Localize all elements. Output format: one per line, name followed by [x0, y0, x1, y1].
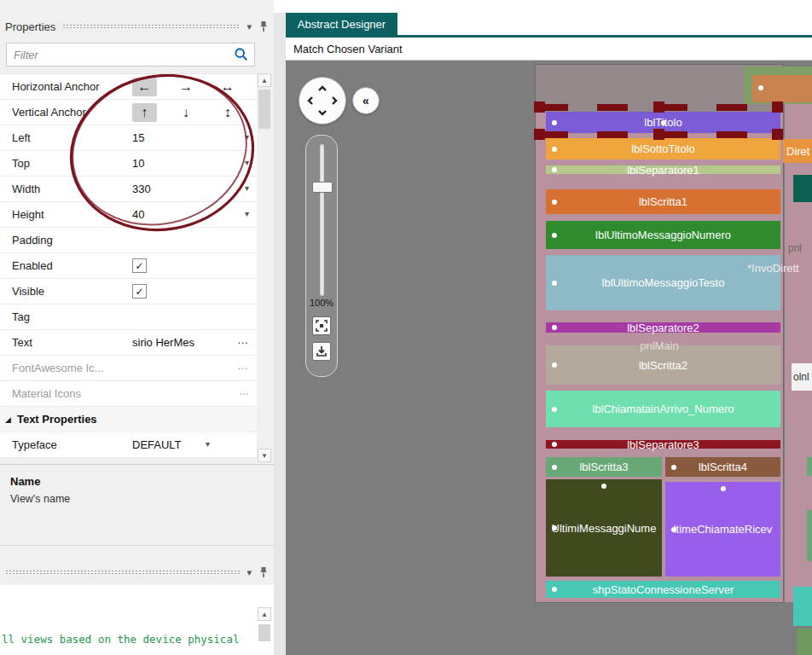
dpad-arrows-icon	[299, 78, 345, 124]
property-label: FontAwesome Ic...	[0, 362, 132, 374]
designer-label-lblUltimeChiamateRicevute[interactable]: ltimeChiamateRicev	[665, 482, 780, 577]
chevron-down-icon[interactable]: ▾	[206, 439, 210, 449]
designer-label-lblSeparatore1[interactable]: lblSeparatore1	[546, 165, 780, 174]
output-scrollbar[interactable]: ▲	[258, 602, 272, 655]
chevron-down-icon[interactable]: ▾	[246, 567, 252, 578]
fragment-pnl-text: pnl	[788, 242, 802, 254]
label-text: lblSeparatore2	[627, 322, 699, 334]
property-row-padding: Padding	[0, 228, 257, 253]
property-row-material-icons: Material Icons ...	[0, 381, 257, 407]
fragment-orange-block[interactable]	[752, 75, 812, 102]
designer-tabstrip: Abstract Designer	[286, 13, 812, 35]
anchor-up-button[interactable]: ↑	[132, 103, 157, 122]
section-header-text-properties[interactable]: ◢ Text Properties	[0, 407, 257, 432]
chevron-down-icon[interactable]: ▾	[245, 158, 249, 167]
pin-icon[interactable]	[258, 566, 269, 578]
ellipsis-button[interactable]: ...	[239, 385, 248, 397]
anchor-stretch-h-button[interactable]: ↔	[215, 78, 240, 96]
designer-label-lblSottoTitolo[interactable]: lblSottoTitolo	[546, 138, 780, 159]
scroll-up-button[interactable]: ▲	[258, 73, 271, 87]
selection-handle-bottom-right[interactable]	[772, 129, 783, 140]
property-value[interactable]: 40	[132, 208, 144, 221]
pin-icon[interactable]	[258, 20, 269, 32]
scrollbar-thumb[interactable]	[258, 624, 270, 641]
scroll-up-button[interactable]: ▲	[258, 607, 271, 621]
selection-handle-bottom-center[interactable]	[653, 129, 664, 140]
chevron-down-icon[interactable]: ▾	[246, 21, 252, 32]
phone-design-surface[interactable]: lblTitolo lblSottoTitolo lblSeparatore1 …	[536, 65, 783, 602]
designer-label-lblChiamatainArrivo_Numero[interactable]: lblChiamatainArrivo_Numero	[546, 391, 780, 427]
variant-bar: Match Chosen Variant	[286, 38, 812, 61]
pan-dpad[interactable]	[299, 77, 346, 125]
anchor-left-button[interactable]: ←	[132, 78, 157, 96]
download-icon	[316, 345, 328, 357]
fragment-green-edge[interactable]	[807, 510, 812, 561]
zoom-slider-thumb[interactable]	[312, 182, 333, 193]
designer-label-lblScritta1[interactable]: lblScritta1	[546, 189, 780, 214]
label-text: lblSeparatore1	[627, 164, 699, 177]
filter-input[interactable]	[7, 49, 234, 61]
variant-bar-label: Match Chosen Variant	[293, 43, 403, 55]
anchor-stretch-v-button[interactable]: ↕	[215, 103, 240, 122]
property-value[interactable]: 15	[132, 131, 144, 144]
properties-panel-title: Properties	[5, 20, 55, 33]
fit-to-screen-button[interactable]	[312, 316, 331, 335]
anchor-right-button[interactable]: →	[174, 78, 199, 96]
property-value[interactable]: DEFAULT	[132, 438, 182, 451]
designer-label-lblScritta4[interactable]: lblScritta4	[665, 457, 780, 477]
selection-handle-top-left[interactable]	[534, 101, 545, 113]
scrollbar-thumb[interactable]	[258, 90, 270, 129]
selection-handle-top-center[interactable]	[653, 101, 664, 113]
scroll-down-icon: ▼	[261, 452, 268, 460]
property-value[interactable]: 10	[132, 157, 144, 170]
panel-drag-dots[interactable]	[5, 570, 240, 575]
visible-checkbox[interactable]: ✓	[132, 284, 147, 299]
property-row-text: Text sirio HerMes …	[0, 330, 257, 356]
property-row-tag: Tag	[0, 304, 257, 330]
properties-scrollbar[interactable]: ▲ ▼	[258, 73, 272, 462]
fragment-green-bottom[interactable]	[797, 629, 812, 655]
fragment-invo-text: *InvoDirett	[747, 262, 799, 275]
pnl-main-label: pnlMain	[536, 339, 783, 352]
designer-label-shpStatoConnessioneServer[interactable]: shpStatoConnessioneServer	[546, 581, 780, 598]
application-window: Properties ▾ Horizontal Anchor ← → ↔	[0, 0, 812, 655]
designer-label-lblUltimoMessaggioTesto[interactable]: lblUltimoMessaggioTesto	[546, 255, 780, 310]
collapse-controls-button[interactable]: «	[352, 87, 380, 114]
ellipsis-button[interactable]: …	[237, 359, 248, 372]
bottom-panel-header[interactable]: ▾	[0, 561, 274, 583]
ellipsis-button[interactable]: …	[237, 333, 248, 346]
collapse-triangle-icon[interactable]: ◢	[5, 415, 11, 424]
enabled-checkbox[interactable]: ✓	[132, 258, 147, 273]
fragment-diret-label[interactable]: Diret	[783, 139, 812, 163]
property-row-visible: Visible ✓	[0, 279, 257, 304]
designer-label-lblUltimoMessaggioNumero[interactable]: lblUltimoMessaggioNumero	[546, 221, 780, 249]
chevron-down-icon[interactable]: ▾	[245, 183, 249, 193]
tab-abstract-designer[interactable]: Abstract Designer	[286, 13, 397, 35]
property-value[interactable]: 330	[132, 183, 151, 195]
designer-label-lblSeparatore3[interactable]: lblSeparatore3	[546, 440, 780, 449]
selection-handle-bottom-left[interactable]	[534, 129, 545, 140]
fragment-white-box[interactable]: olnl	[792, 363, 812, 391]
selection-handle-top-right[interactable]	[772, 101, 783, 113]
zoom-slider-track[interactable]	[320, 144, 324, 296]
label-text: lblChiamatainArrivo_Numero	[592, 403, 734, 415]
chevron-down-icon[interactable]: ▾	[245, 132, 249, 142]
fragment-teal-block[interactable]	[793, 175, 812, 202]
fragment-green-sliver[interactable]	[807, 457, 812, 476]
panel-drag-dots[interactable]	[62, 24, 240, 29]
label-text: lblScritta4	[699, 461, 747, 473]
designer-label-lblSeparatore2[interactable]: lblSeparatore2	[546, 322, 780, 333]
properties-panel-header[interactable]: Properties ▾	[0, 15, 274, 38]
designer-label-lblUltimiMessaggiNumeri[interactable]: UltimiMessaggiNume	[546, 479, 662, 577]
search-icon[interactable]	[234, 47, 249, 62]
designer-label-lblScritta3[interactable]: lblScritta3	[546, 457, 662, 477]
scroll-down-button[interactable]: ▼	[258, 449, 271, 462]
anchor-down-button[interactable]: ↓	[174, 103, 199, 122]
property-label: Material Icons	[0, 387, 132, 400]
property-value[interactable]: sirio HerMes	[132, 336, 194, 349]
export-view-button[interactable]	[312, 342, 331, 361]
chevron-down-icon[interactable]: ▾	[245, 209, 249, 218]
panel-splitter[interactable]	[274, 0, 286, 655]
fragment-turquoise-block[interactable]	[793, 587, 812, 626]
property-row-typeface: Typeface DEFAULT ▾	[0, 432, 257, 458]
